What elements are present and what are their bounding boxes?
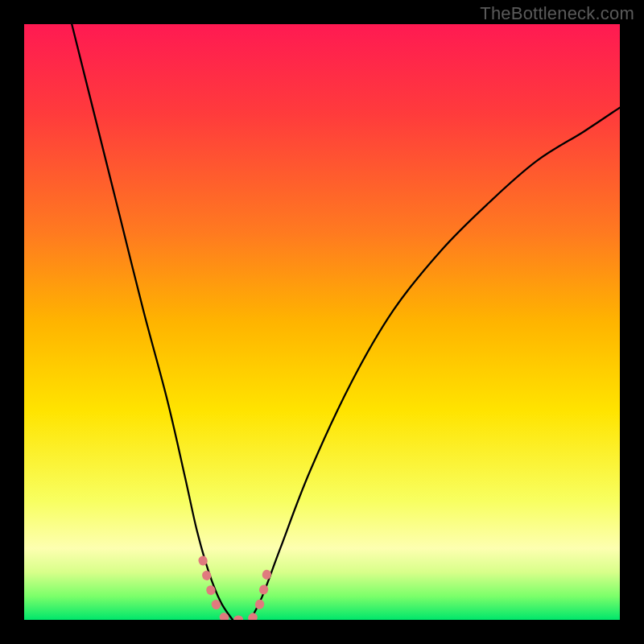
chart-container: TheBottleneck.com [0,0,644,644]
user-range-marker [203,560,268,620]
curve-left-branch [72,24,233,620]
curve-right-branch [250,108,620,620]
plot-area [24,24,620,620]
watermark-text: TheBottleneck.com [480,3,634,24]
curves-layer [24,24,620,620]
